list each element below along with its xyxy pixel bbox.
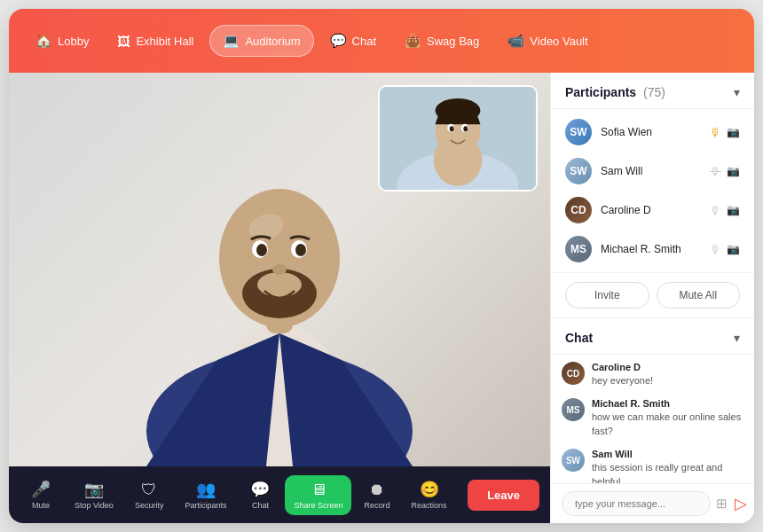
participant-name-michael: Michael R. Smith <box>601 243 701 255</box>
chat-attach-button[interactable]: ⊞ <box>716 496 728 512</box>
nav-lobby-label: Lobby <box>58 35 89 48</box>
nav-exhibit-hall[interactable]: 🖼 Exhibit Hall <box>105 27 206 56</box>
avatar-michael: MS <box>565 236 592 262</box>
chat-text-3: this session is really great and helpful… <box>592 461 743 483</box>
chat-message: MS Michael R. Smith how we can make our … <box>562 398 743 438</box>
exhibit-icon: 🖼 <box>117 34 130 49</box>
app-container: 🏠 Lobby 🖼 Exhibit Hall 💻 Auditorium 💬 Ch… <box>9 9 754 523</box>
sidebar: Participants (75) ▾ SW Sofia Wien 🎙 📷 SW <box>550 73 754 523</box>
security-ctrl-icon: 🛡 <box>141 481 157 499</box>
chat-content-3: Sam Will this session is really great an… <box>592 449 743 483</box>
ctrl-reactions-label: Reactions <box>411 501 446 510</box>
participant-name-sam: Sam Will <box>601 165 701 177</box>
ctrl-record[interactable]: ⏺ Record <box>355 475 398 515</box>
invite-button[interactable]: Invite <box>565 282 649 309</box>
chat-panel-header: Chat ▾ <box>551 318 754 355</box>
main-content: 🎤 Mute 📷 Stop Video 🛡 Security 👥 Partici… <box>9 73 754 523</box>
michael-cam-icon: 📷 <box>727 243 740 255</box>
reactions-ctrl-icon: 😊 <box>420 480 439 499</box>
ctrl-chat[interactable]: 💬 Chat <box>239 474 281 515</box>
svg-point-19 <box>450 126 454 131</box>
svg-point-20 <box>463 126 468 131</box>
chat-avatar-caroline: CD <box>562 362 585 385</box>
nav-video-vault[interactable]: 📹 Video Vault <box>495 26 600 56</box>
sam-media-icons: 🎙 📷 <box>710 165 740 178</box>
chat-avatar-michael: MS <box>562 398 585 421</box>
control-bar: 🎤 Mute 📷 Stop Video 🛡 Security 👥 Partici… <box>9 466 550 523</box>
chat-message: CD Caroline D hey everyone! <box>562 362 743 387</box>
ctrl-reactions[interactable]: 😊 Reactions <box>402 474 455 515</box>
michael-mic-icon: 🎙 <box>710 243 721 256</box>
participant-row[interactable]: SW Sam Will 🎙 📷 <box>551 152 754 191</box>
chat-content-2: Michael R. Smith how we can make our onl… <box>592 398 743 438</box>
caroline-media-icons: 🎙 📷 <box>710 204 740 217</box>
chat-chevron[interactable]: ▾ <box>734 331 740 345</box>
participant-list: SW Sofia Wien 🎙 📷 SW Sam Will 🎙 📷 <box>551 109 754 273</box>
participants-count: (75) <box>643 85 665 99</box>
participant-row[interactable]: MS Michael R. Smith 🎙 📷 <box>551 230 754 269</box>
ctrl-mic[interactable]: 🎤 Mute <box>20 474 62 515</box>
chat-text-2: how we can make our online sales fast? <box>592 411 743 438</box>
nav-chat-label: Chat <box>352 35 376 48</box>
leave-button[interactable]: Leave <box>468 480 539 511</box>
participant-name-sofia: Sofia Wien <box>601 126 701 138</box>
chat-message: SW Sam Will this session is really great… <box>562 449 743 483</box>
chat-ctrl-icon: 💬 <box>250 480 270 499</box>
participants-ctrl-icon: 👥 <box>196 480 216 499</box>
svg-point-6 <box>257 272 302 297</box>
chat-panel-title: Chat <box>565 331 593 345</box>
video-ctrl-icon: 📷 <box>84 480 104 499</box>
auditorium-icon: 💻 <box>223 33 240 49</box>
mic-ctrl-icon: 🎤 <box>31 480 51 499</box>
thumbnail-video <box>378 85 538 192</box>
share-ctrl-icon: 🖥 <box>311 481 326 499</box>
chat-input-area: ⊞ ▷ <box>551 483 754 523</box>
chat-sender-2: Michael R. Smith <box>592 398 743 409</box>
ctrl-chat-label: Chat <box>252 501 269 510</box>
nav-chat[interactable]: 💬 Chat <box>318 26 389 56</box>
ctrl-share-screen[interactable]: 🖥 Share Screen <box>285 475 351 515</box>
nav-lobby[interactable]: 🏠 Lobby <box>23 26 101 56</box>
nav-vault-label: Video Vault <box>530 35 587 48</box>
nav-swag-bag[interactable]: 👜 Swag Bag <box>392 26 492 56</box>
michael-media-icons: 🎙 📷 <box>710 243 740 256</box>
ctrl-security[interactable]: 🛡 Security <box>126 475 173 515</box>
chat-input[interactable] <box>562 491 711 516</box>
svg-point-10 <box>295 244 306 256</box>
ctrl-participants[interactable]: 👥 Participants <box>176 474 235 515</box>
participant-row[interactable]: CD Caroline D 🎙 📷 <box>551 191 754 230</box>
chat-content-1: Caroline D hey everyone! <box>592 362 743 387</box>
ctrl-participants-label: Participants <box>185 501 226 510</box>
chat-messages: CD Caroline D hey everyone! MS Michael R… <box>551 355 754 483</box>
sam-mic-icon: 🎙 <box>710 165 721 178</box>
top-nav: 🏠 Lobby 🖼 Exhibit Hall 💻 Auditorium 💬 Ch… <box>9 9 754 73</box>
chat-avatar-sam: SW <box>562 449 585 472</box>
ctrl-security-label: Security <box>135 501 164 510</box>
participants-title-text: Participants <box>565 85 636 99</box>
mute-all-button[interactable]: Mute All <box>657 282 741 309</box>
svg-point-9 <box>256 244 267 256</box>
participant-row[interactable]: SW Sofia Wien 🎙 📷 <box>551 113 754 152</box>
nav-auditorium[interactable]: 💻 Auditorium <box>209 25 313 57</box>
svg-point-16 <box>436 98 481 122</box>
participants-chevron[interactable]: ▾ <box>734 85 740 99</box>
thumb-speaker-svg <box>380 85 536 192</box>
nav-swag-label: Swag Bag <box>427 35 479 48</box>
avatar-caroline: CD <box>565 197 592 223</box>
svg-point-11 <box>272 264 287 275</box>
chat-send-button[interactable]: ▷ <box>733 494 749 513</box>
sofia-cam-icon: 📷 <box>727 126 740 138</box>
nav-exhibit-label: Exhibit Hall <box>136 35 193 48</box>
ctrl-video-label: Stop Video <box>75 501 114 510</box>
ctrl-video[interactable]: 📷 Stop Video <box>66 474 122 515</box>
avatar-sofia: SW <box>565 119 592 145</box>
participant-name-caroline: Caroline D <box>601 204 701 216</box>
nav-auditorium-label: Auditorium <box>245 35 300 48</box>
ctrl-mic-label: Mute <box>32 501 50 510</box>
panel-actions: Invite Mute All <box>551 273 754 318</box>
swag-icon: 👜 <box>405 33 421 49</box>
avatar-sam: SW <box>565 158 592 184</box>
chat-sender-3: Sam Will <box>592 449 743 459</box>
chat-panel: Chat ▾ CD Caroline D hey everyone! MS <box>551 318 754 523</box>
ctrl-record-label: Record <box>364 501 389 510</box>
